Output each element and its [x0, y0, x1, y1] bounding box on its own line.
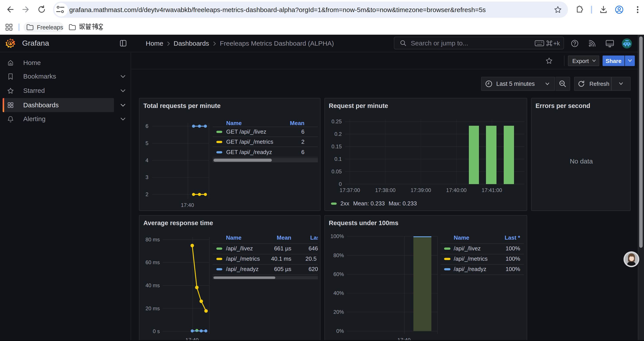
svg-text:17:37:00: 17:37:00: [340, 187, 360, 193]
svg-text:20%: 20%: [334, 309, 344, 315]
svg-text:17:40: 17:40: [181, 202, 194, 208]
svg-text:2: 2: [146, 191, 148, 197]
svg-text:6: 6: [146, 123, 148, 129]
svg-text:17:41:00: 17:41:00: [482, 187, 502, 193]
svg-text:0.1: 0.1: [334, 156, 342, 162]
svg-text:60 ms: 60 ms: [146, 259, 160, 265]
svg-text:0.2: 0.2: [334, 131, 342, 137]
svg-text:20 ms: 20 ms: [146, 305, 160, 311]
svg-text:17:40:00: 17:40:00: [446, 187, 466, 193]
svg-text:0.05: 0.05: [332, 169, 342, 174]
svg-text:0 s: 0 s: [153, 328, 160, 334]
svg-text:5: 5: [146, 140, 148, 146]
svg-text:100%: 100%: [330, 233, 344, 239]
svg-text:60%: 60%: [334, 271, 344, 277]
svg-text:0.15: 0.15: [332, 144, 342, 149]
svg-text:0.25: 0.25: [332, 119, 342, 124]
svg-text:80 ms: 80 ms: [146, 237, 160, 242]
svg-text:17:39:00: 17:39:00: [410, 187, 431, 193]
svg-text:4: 4: [146, 157, 148, 163]
svg-text:0: 0: [339, 181, 342, 187]
svg-text:40%: 40%: [334, 290, 344, 296]
svg-text:40 ms: 40 ms: [146, 282, 160, 288]
svg-text:80%: 80%: [334, 252, 344, 258]
svg-text:0%: 0%: [336, 328, 344, 334]
svg-text:17:38:00: 17:38:00: [375, 187, 396, 193]
svg-text:3: 3: [146, 174, 148, 180]
